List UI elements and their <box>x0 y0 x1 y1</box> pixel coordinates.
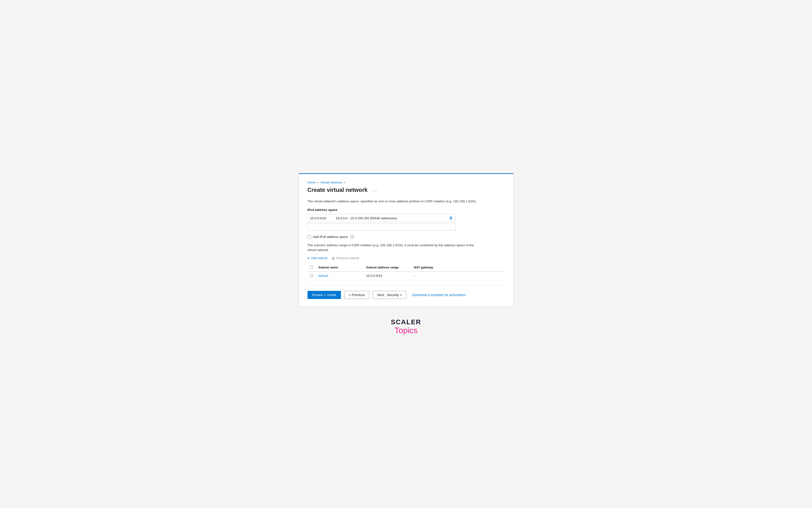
add-subnet-label: Add subnet <box>311 256 327 260</box>
trash-icon: 🗑 <box>332 256 335 260</box>
ipv4-cidr: 10.0.0.0/16 <box>310 216 332 220</box>
ipv4-range: 10.0.0.0 - 10.0.255.255 (65536 addresses… <box>336 216 447 220</box>
subnet-range: 10.0.0.0/24 <box>364 271 412 280</box>
delete-address-icon[interactable]: 🗑 <box>449 216 453 220</box>
table-row: default 10.0.0.0/24 - <box>308 271 505 280</box>
review-create-button[interactable]: Review + create <box>308 291 341 299</box>
breadcrumb-sep-2: > <box>344 181 346 184</box>
subnet-actions: + Add subnet 🗑 Remove subnet <box>308 256 505 260</box>
footer-divider <box>308 286 505 286</box>
breadcrumb: Home > Virtual networks > <box>308 181 505 184</box>
subnet-description: The subnet's address range in CIDR notat… <box>308 243 475 253</box>
breadcrumb-virtual-networks[interactable]: Virtual networks <box>320 181 342 184</box>
next-security-button[interactable]: Next : Security > <box>373 291 406 299</box>
col-header-check <box>308 264 316 271</box>
address-input[interactable] <box>308 223 455 230</box>
topics-text: Topics <box>395 326 417 335</box>
address-space-description: The virtual network's address space, spe… <box>308 199 505 204</box>
ipv6-info-icon[interactable]: i <box>350 235 354 239</box>
previous-button[interactable]: < Previous <box>344 291 369 299</box>
ellipsis-button[interactable]: ... <box>371 187 379 193</box>
select-all-checkbox[interactable] <box>310 265 313 269</box>
subnet-table: Subnet name Subnet address range NAT gat… <box>308 264 505 280</box>
row-checkbox[interactable] <box>310 274 313 277</box>
ipv6-checkbox-row: Add IPv6 address space i <box>308 235 505 239</box>
scaler-branding: SCALER Topics <box>391 318 421 335</box>
footer-actions: Review + create < Previous Next : Securi… <box>308 291 505 299</box>
breadcrumb-sep-1: > <box>317 181 319 184</box>
ipv6-checkbox[interactable] <box>308 235 311 239</box>
col-header-nat: NAT gateway <box>412 264 505 271</box>
ipv4-address-row: 10.0.0.0/16 10.0.0.0 - 10.0.255.255 (655… <box>308 214 455 222</box>
col-header-subnet-range: Subnet address range <box>364 264 412 271</box>
remove-subnet-button[interactable]: 🗑 Remove subnet <box>332 256 359 260</box>
add-subnet-button[interactable]: + Add subnet <box>308 256 328 260</box>
page-title-row: Create virtual network ... <box>308 186 505 193</box>
remove-subnet-label: Remove subnet <box>336 256 359 260</box>
main-card: Home > Virtual networks > Create virtual… <box>299 173 514 307</box>
ipv6-label[interactable]: Add IPv6 address space <box>313 235 348 239</box>
plus-icon: + <box>308 256 310 260</box>
download-template-button[interactable]: Download a template for automation <box>412 293 466 297</box>
subnet-name-link[interactable]: default <box>319 274 328 278</box>
scaler-text: SCALER <box>391 318 421 326</box>
col-header-subnet-name: Subnet name <box>316 264 364 271</box>
subnet-nat: - <box>412 271 505 280</box>
ipv4-label: IPv4 address space <box>308 208 505 212</box>
page-title: Create virtual network <box>308 186 368 193</box>
breadcrumb-home[interactable]: Home <box>308 181 316 184</box>
